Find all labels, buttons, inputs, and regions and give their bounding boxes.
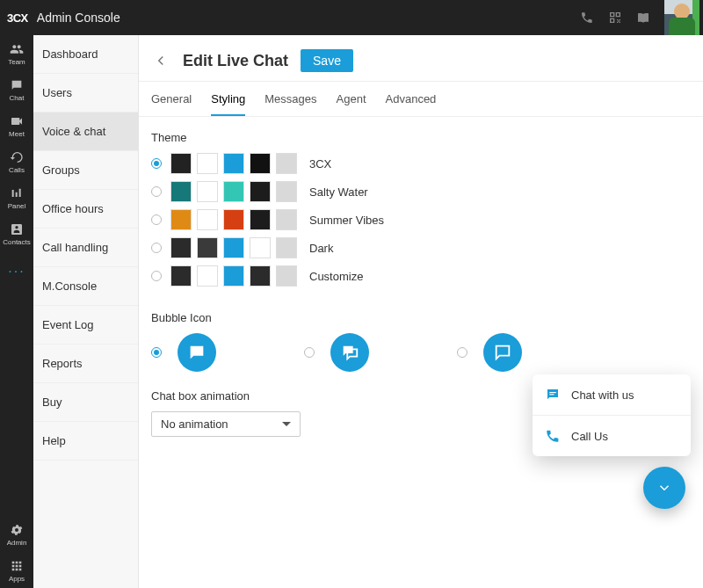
chat-icon bbox=[545, 387, 561, 403]
sidenav-item-groups[interactable]: Groups bbox=[33, 151, 138, 190]
tab-messages[interactable]: Messages bbox=[265, 87, 316, 116]
chat-widget-fab[interactable] bbox=[643, 467, 685, 509]
color-swatch[interactable] bbox=[250, 209, 271, 230]
tab-advanced[interactable]: Advanced bbox=[386, 87, 437, 116]
rail-item-meet[interactable]: Meet bbox=[0, 107, 33, 143]
widget-chat-row[interactable]: Chat with us bbox=[533, 374, 691, 415]
rail-label: Meet bbox=[9, 130, 25, 138]
svg-rect-0 bbox=[549, 392, 556, 393]
sidenav-item-event-log[interactable]: Event Log bbox=[33, 306, 138, 345]
color-swatch[interactable] bbox=[276, 181, 297, 202]
theme-option-customize: Customize bbox=[151, 265, 691, 287]
color-swatch[interactable] bbox=[223, 181, 244, 202]
rail-label: Admin bbox=[7, 539, 27, 547]
svg-rect-1 bbox=[549, 394, 554, 395]
chevron-down-icon bbox=[656, 480, 672, 496]
sidenav-item-help[interactable]: Help bbox=[33, 422, 138, 461]
bubble-radio[interactable] bbox=[304, 347, 315, 358]
avatar[interactable] bbox=[664, 0, 699, 35]
color-swatch[interactable] bbox=[250, 265, 271, 287]
bubble-radio[interactable] bbox=[457, 347, 467, 358]
animation-value: No animation bbox=[161, 417, 228, 431]
sidenav-item-m-console[interactable]: M.Console bbox=[33, 267, 138, 306]
tab-agent[interactable]: Agent bbox=[337, 87, 366, 116]
theme-option-3cx: 3CX bbox=[151, 153, 691, 174]
theme-radio[interactable] bbox=[151, 214, 162, 225]
chevron-down-icon bbox=[282, 422, 291, 426]
color-swatch[interactable] bbox=[170, 209, 192, 230]
save-button[interactable]: Save bbox=[301, 49, 353, 72]
color-swatch[interactable] bbox=[170, 237, 192, 258]
sidenav-item-voice-chat[interactable]: Voice & chat bbox=[33, 113, 138, 151]
theme-option-summer-vibes: Summer Vibes bbox=[151, 209, 691, 230]
sidenav-item-office-hours[interactable]: Office hours bbox=[33, 190, 138, 229]
sidenav-item-users[interactable]: Users bbox=[33, 74, 138, 113]
theme-radio[interactable] bbox=[151, 158, 162, 169]
rail-item-panel[interactable]: Panel bbox=[0, 179, 33, 215]
color-swatch[interactable] bbox=[223, 209, 244, 230]
theme-radio[interactable] bbox=[151, 271, 162, 281]
phone-icon bbox=[545, 428, 561, 444]
rail-label: Chat bbox=[10, 94, 25, 102]
sidenav-item-dashboard[interactable]: Dashboard bbox=[33, 35, 138, 74]
back-button[interactable] bbox=[151, 51, 170, 70]
tab-general[interactable]: General bbox=[151, 87, 192, 116]
widget-chat-label: Chat with us bbox=[571, 388, 634, 402]
bubble-radio[interactable] bbox=[151, 347, 162, 358]
theme-radio[interactable] bbox=[151, 243, 162, 253]
page-header: Edit Live Chat Save bbox=[139, 35, 703, 81]
color-swatch[interactable] bbox=[223, 265, 244, 287]
color-swatch[interactable] bbox=[276, 265, 297, 287]
theme-radio[interactable] bbox=[151, 186, 162, 197]
rail-item-apps[interactable]: Apps bbox=[0, 552, 33, 588]
bubble-preview[interactable] bbox=[178, 333, 216, 372]
color-swatch[interactable] bbox=[276, 237, 297, 258]
qr-icon[interactable] bbox=[608, 11, 622, 25]
color-swatch[interactable] bbox=[197, 153, 218, 174]
theme-name: 3CX bbox=[309, 157, 331, 171]
tab-styling[interactable]: Styling bbox=[211, 87, 245, 116]
page-title: Edit Live Chat bbox=[183, 52, 288, 70]
animation-select[interactable]: No animation bbox=[151, 411, 301, 437]
color-swatch[interactable] bbox=[276, 209, 297, 230]
widget-call-row[interactable]: Call Us bbox=[533, 415, 691, 456]
rail-label: Contacts bbox=[3, 238, 31, 246]
rail-more[interactable]: ... bbox=[8, 251, 25, 285]
sidenav-item-call-handling[interactable]: Call handling bbox=[33, 229, 138, 267]
rail-item-chat[interactable]: Chat bbox=[0, 71, 33, 107]
tabs: GeneralStylingMessagesAgentAdvanced bbox=[139, 82, 703, 116]
color-swatch[interactable] bbox=[197, 181, 218, 202]
theme-option-salty-water: Salty Water bbox=[151, 181, 691, 202]
color-swatch[interactable] bbox=[170, 153, 192, 174]
bubble-option-2 bbox=[457, 333, 522, 372]
bubble-preview[interactable] bbox=[330, 333, 369, 372]
rail-item-calls[interactable]: Calls bbox=[0, 143, 33, 179]
bubble-section: Bubble Icon bbox=[139, 297, 703, 375]
sidenav-item-buy[interactable]: Buy bbox=[33, 383, 138, 422]
console-title: Admin Console bbox=[37, 11, 120, 25]
color-swatch[interactable] bbox=[250, 237, 271, 258]
theme-swatches bbox=[170, 209, 297, 230]
theme-name: Summer Vibes bbox=[309, 214, 384, 227]
color-swatch[interactable] bbox=[223, 237, 244, 258]
color-swatch[interactable] bbox=[197, 237, 218, 258]
bubble-preview[interactable] bbox=[483, 333, 522, 372]
chat-widget-card: Chat with us Call Us bbox=[533, 374, 691, 456]
color-swatch[interactable] bbox=[170, 181, 192, 202]
rail-label: Team bbox=[8, 58, 25, 66]
color-swatch[interactable] bbox=[250, 153, 271, 174]
rail-item-contacts[interactable]: Contacts bbox=[0, 215, 33, 251]
topbar: 3CX Admin Console bbox=[0, 0, 703, 35]
color-swatch[interactable] bbox=[223, 153, 244, 174]
color-swatch[interactable] bbox=[197, 209, 218, 230]
rail-item-admin[interactable]: Admin bbox=[0, 516, 33, 552]
sidenav-item-reports[interactable]: Reports bbox=[33, 345, 138, 383]
rail-label: Apps bbox=[9, 575, 25, 583]
color-swatch[interactable] bbox=[170, 265, 192, 287]
color-swatch[interactable] bbox=[250, 181, 271, 202]
rail-item-team[interactable]: Team bbox=[0, 35, 33, 71]
dialer-icon[interactable] bbox=[580, 11, 594, 25]
book-icon[interactable] bbox=[636, 11, 650, 25]
color-swatch[interactable] bbox=[197, 265, 218, 287]
color-swatch[interactable] bbox=[276, 153, 297, 174]
